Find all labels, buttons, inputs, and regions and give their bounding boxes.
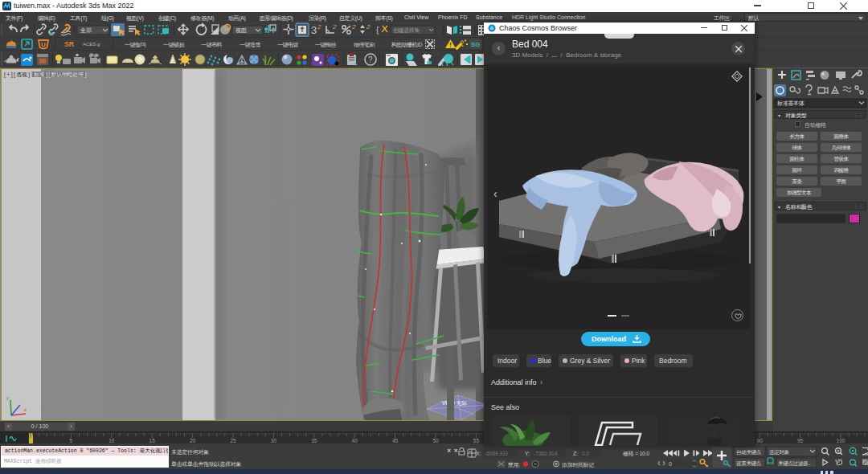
svg-text:35: 35 — [311, 438, 317, 443]
svg-text:2: 2 — [332, 23, 337, 31]
svg-text:全部: 全部 — [80, 27, 92, 34]
svg-text:40: 40 — [352, 438, 358, 443]
svg-text:20: 20 — [190, 438, 196, 443]
svg-text:?: ? — [368, 55, 373, 64]
svg-text:y: y — [6, 395, 9, 400]
svg-text:SR: SR — [64, 40, 74, 48]
svg-text:VRay 无际: VRay 无际 — [442, 400, 467, 407]
svg-text:U: U — [41, 41, 46, 48]
svg-text:90: 90 — [757, 438, 764, 443]
svg-text:15: 15 — [149, 438, 156, 443]
svg-text:0.0: 0.0 — [582, 451, 589, 456]
svg-text:创建选择集: 创建选择集 — [393, 27, 420, 34]
svg-text:自动关键点: 自动关键点 — [736, 449, 762, 456]
svg-text:45: 45 — [392, 438, 399, 443]
svg-text:2: 2 — [366, 23, 371, 31]
svg-text:5: 5 — [70, 438, 73, 443]
svg-text:Z:: Z: — [573, 451, 578, 456]
svg-text:-6088.932: -6088.932 — [485, 451, 509, 456]
svg-text:{: { — [376, 26, 379, 35]
svg-text:一键蜘丝: 一键蜘丝 — [315, 42, 337, 48]
svg-text:ACES.g: ACES.g — [83, 42, 100, 47]
svg-text:一键电镀: 一键电镀 — [277, 42, 299, 48]
svg-text:栅格 = 10.0: 栅格 = 10.0 — [623, 451, 649, 457]
svg-text:X:: X: — [476, 451, 481, 456]
svg-text:25: 25 — [230, 438, 236, 443]
svg-text:一键布料: 一键布料 — [201, 42, 223, 48]
svg-text:50: 50 — [432, 438, 439, 443]
svg-text:关键点过滤器..: 关键点过滤器.. — [778, 460, 811, 467]
svg-text:物理笔刷: 物理笔刷 — [354, 42, 375, 48]
svg-text:选定对象: 选定对象 — [769, 449, 790, 456]
svg-text:55: 55 — [473, 438, 480, 443]
svg-text:x: x — [24, 407, 27, 412]
svg-text:0: 0 — [669, 461, 672, 467]
svg-text:添加时间标记: 添加时间标记 — [561, 462, 595, 468]
svg-text:100: 100 — [837, 438, 845, 443]
svg-text:视图: 视图 — [235, 27, 247, 34]
svg-text:一键造雪: 一键造雪 — [240, 42, 261, 48]
svg-text:随机ID: 随机ID — [407, 42, 422, 48]
svg-text:一键破损: 一键破损 — [163, 42, 185, 48]
svg-text:2: 2 — [351, 23, 356, 31]
svg-text:3: 3 — [311, 24, 317, 36]
svg-text:95: 95 — [797, 438, 804, 443]
svg-text:禁用:: 禁用: — [508, 462, 520, 468]
svg-text:Y:: Y: — [525, 451, 530, 456]
svg-text:-7360.914: -7360.914 — [534, 451, 558, 456]
svg-text:设置关键点: 设置关键点 — [736, 460, 762, 467]
svg-text:一键伽玛: 一键伽玛 — [125, 42, 146, 48]
svg-text:30: 30 — [271, 438, 277, 443]
svg-text:10: 10 — [108, 438, 115, 443]
svg-text:2: 2 — [317, 23, 321, 31]
svg-text:SG: SG — [471, 41, 481, 48]
svg-text:标准基本体: 标准基本体 — [776, 100, 805, 107]
